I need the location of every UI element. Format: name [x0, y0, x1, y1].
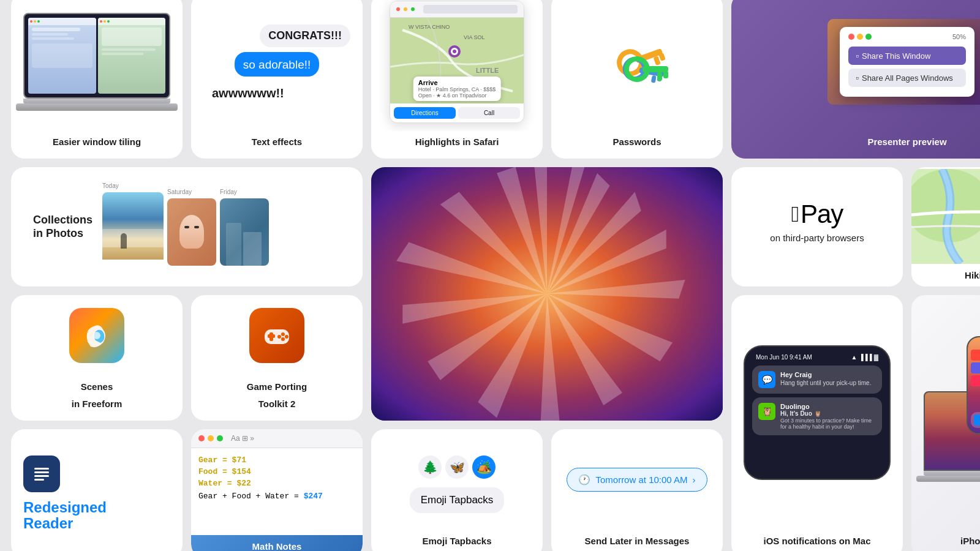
photo-date-1: Today: [102, 182, 164, 189]
math-result: $247: [304, 492, 323, 501]
win-max-dot: [37, 20, 40, 23]
share-this-window-button[interactable]: ▫ Share This Window: [848, 47, 966, 65]
send-later-content: 🕐 Tomorrow at 10:00 AM ›: [551, 429, 723, 530]
photo-thumb-portrait: [167, 198, 216, 266]
emoji-tree[interactable]: 🌲: [418, 455, 442, 479]
building-photo: [220, 198, 269, 266]
tiling-content: [11, 0, 183, 131]
iphone-app-grid: [968, 337, 980, 389]
dock-icon-1: [974, 414, 980, 425]
arrive-info-box: Arrive Hotel · Palm Springs, CA · $$$$ O…: [413, 77, 501, 101]
app-icon-9: [971, 375, 980, 386]
notification-2: 🦉 Duolingo Hi, It's Duo 🦉 Got 3 minutes …: [752, 397, 882, 435]
safari-mockup: W VISTA CHINO VIA SOL LITTLE Arrive Hote…: [390, 1, 524, 123]
passwords-icon-svg: [603, 28, 671, 96]
window-panel-right: [98, 18, 166, 94]
send-later-pill[interactable]: 🕐 Tomorrow at 10:00 AM ›: [567, 468, 707, 492]
game-porting-label-line2: Toolkit 2: [247, 398, 307, 410]
svg-text:W VISTA CHINO: W VISTA CHINO: [409, 24, 450, 30]
applepay-content:  Pay on third-party browsers: [731, 167, 903, 276]
safari-dot-close: [396, 7, 400, 11]
card-game-porting: Game Porting Toolkit 2: [191, 295, 363, 421]
svg-rect-18: [657, 72, 662, 81]
math-notes-content: Gear = $71 Food = $154 Water = $22 Gear …: [191, 448, 363, 535]
freeform-label-line1: Scenes: [72, 381, 123, 393]
svg-point-46: [285, 335, 288, 339]
emoji-content: 🌲 🦋 🏕️ Emoji Tapbacks: [371, 429, 543, 530]
safari-url-bar[interactable]: [423, 5, 518, 13]
clock-icon: 🕐: [578, 474, 590, 485]
passwords-content: [551, 0, 723, 131]
svg-point-47: [281, 337, 285, 341]
card-emoji-tapbacks: 🌲 🦋 🏕️ Emoji Tapbacks Emoji Tapbacks: [371, 429, 543, 551]
applepay-logo:  Pay: [791, 200, 843, 229]
photo-group-3: Friday: [220, 189, 269, 266]
share-pages-label: Share All Pages Windows: [862, 73, 953, 83]
notif-2-text: Duolingo Hi, It's Duo 🦉 Got 3 minutes to…: [780, 403, 876, 430]
safari-map: W VISTA CHINO VIA SOL LITTLE Arrive Hote…: [390, 18, 524, 103]
emoji-butterfly[interactable]: 🦋: [445, 455, 469, 479]
text-effects-content: CONGRATS!!! so adorable!! awwwwww!!: [191, 0, 363, 131]
card-iphone-mirroring: iPhone Mirroring: [911, 295, 980, 551]
building-2: [243, 232, 262, 266]
photo-group-2: Saturday: [167, 189, 216, 266]
directions-button[interactable]: Directions: [394, 107, 456, 119]
math-line-3: Water = $22: [198, 479, 355, 488]
screen-share-icon: ▫: [856, 51, 859, 61]
arrive-label: Arrive: [418, 79, 496, 86]
mirroring-label: iPhone Mirroring: [960, 535, 980, 547]
presenter-window: 50% ▫ Share This Window ▫ Share All Page…: [840, 27, 974, 97]
send-later-label: Send Later in Messages: [585, 535, 690, 547]
phone-mock: Mon Jun 10 9:41 AM ▲ ▐▐▐ ▓ 💬 Hey Craig H…: [744, 345, 891, 480]
card-math-notes: Aa ⊞ » Gear = $71 Food = $154 Water = $2…: [191, 429, 363, 551]
emoji-bubble-text: Emoji Tapbacks: [421, 494, 494, 506]
notif-2-body: Got 3 minutes to practice? Make time for…: [780, 418, 876, 430]
card-safari-highlights: W VISTA CHINO VIA SOL LITTLE Arrive Hote…: [371, 0, 543, 159]
msg-row-aww: awwwwww!!: [203, 81, 350, 105]
freeform-label-line2: in Freeform: [72, 398, 123, 410]
portrait-face: [179, 215, 204, 249]
math-titlebar: Aa ⊞ »: [191, 429, 363, 448]
reader-label-line1: Redesigned: [23, 500, 107, 515]
applepay-inner:  Pay on third-party browsers: [770, 200, 864, 243]
pages-icon: ▫: [856, 73, 859, 83]
math-notes-label: Math Notes: [191, 535, 363, 551]
hiking-label: Hiking in Maps: [965, 264, 980, 287]
presenter-dot-close: [848, 34, 854, 40]
svg-rect-51: [34, 475, 49, 477]
photo-date-3: Friday: [220, 189, 269, 195]
tiling-label: Easier window tiling: [53, 136, 141, 148]
macos-sunburst: [371, 167, 723, 421]
beach-wave: [102, 229, 164, 247]
svg-text:VIA SOL: VIA SOL: [464, 34, 485, 40]
svg-point-6: [453, 50, 456, 53]
svg-text:LITTLE: LITTLE: [476, 67, 499, 74]
app-icon-1: [971, 350, 980, 361]
freeform-icon: [69, 308, 124, 363]
phone-time: Mon Jun 10 9:41 AM: [756, 354, 812, 361]
emoji-tent-active[interactable]: 🏕️: [472, 455, 496, 479]
svg-point-41: [93, 332, 100, 339]
send-later-inner: 🕐 Tomorrow at 10:00 AM ›: [561, 468, 713, 492]
win-close-dot: [30, 20, 32, 23]
photo-thumb-beach: [102, 192, 164, 272]
freeform-label: Scenes in Freeform: [72, 376, 123, 410]
photo-thumb-building: [220, 198, 269, 266]
laptop-chin: [23, 99, 170, 103]
laptop-mockup: [23, 13, 170, 111]
presenter-titlebar: 50%: [848, 33, 966, 40]
wifi-icon: ▲: [851, 354, 858, 361]
freeform-icon-svg: [78, 317, 115, 354]
safari-toolbar: [390, 1, 524, 18]
call-button[interactable]: Call: [458, 107, 520, 119]
mirroring-content: [911, 295, 980, 530]
photo-group-1: Today: [102, 182, 164, 272]
send-later-arrow: ›: [693, 474, 696, 485]
svg-point-45: [281, 332, 285, 336]
share-all-pages-button[interactable]: ▫ Share All Pages Windows: [848, 69, 966, 87]
math-max-dot: [217, 435, 223, 441]
win-min-dot: [34, 20, 36, 23]
game-porting-label-line1: Game Porting: [247, 381, 307, 393]
collections-label-line1: Collections: [33, 214, 92, 227]
presenter-inner: 50% ▫ Share This Window ▫ Share All Page…: [731, 7, 980, 117]
